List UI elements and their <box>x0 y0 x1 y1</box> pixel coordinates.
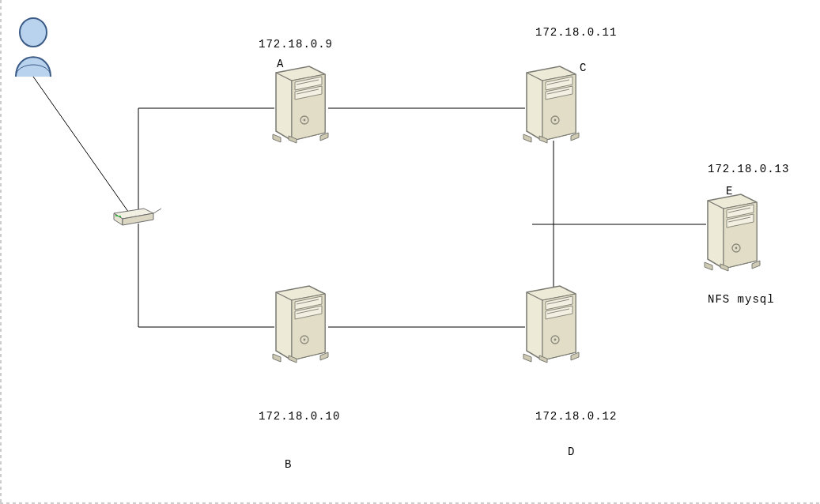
server-e-letter: E <box>726 185 733 197</box>
server-e-caption: NFS mysql <box>708 293 775 306</box>
server-e-ip: 172.18.0.13 <box>708 163 789 175</box>
server-e-icon <box>0 0 820 504</box>
